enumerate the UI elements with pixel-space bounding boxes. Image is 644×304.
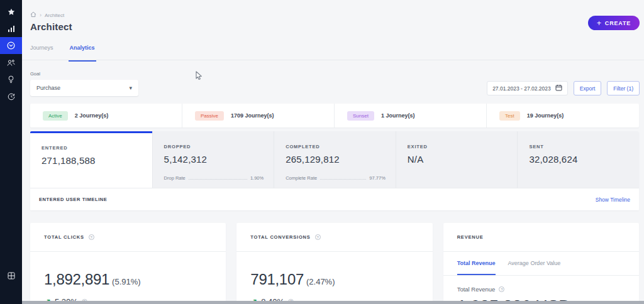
stat-sub-label: Complete Rate xyxy=(286,175,317,181)
architect-icon xyxy=(7,41,15,50)
card-header: TOTAL CONVERSIONS xyxy=(236,223,432,252)
tab-average-order-value[interactable]: Average Order Value xyxy=(508,252,561,275)
breadcrumb-item[interactable]: Architect xyxy=(45,13,64,18)
revenue-card: REVENUE Total Revenue Average Order Valu… xyxy=(443,223,639,304)
plus-icon xyxy=(597,19,602,27)
journey-count: 19 Journey(s) xyxy=(527,112,564,119)
total-clicks-card: TOTAL CLICKS 1,892,891(5.91%) 5.30% comp… xyxy=(30,223,226,304)
revenue-tabs: Total Revenue Average Order Value xyxy=(443,252,639,276)
stat-value: 5,142,312 xyxy=(164,154,263,165)
stat-entered[interactable]: ENTERED 271,188,588 xyxy=(30,131,152,188)
metrics-row: TOTAL CLICKS 1,892,891(5.91%) 5.30% comp… xyxy=(30,223,639,304)
info-icon[interactable] xyxy=(499,286,504,292)
sidebar-item-analytics[interactable] xyxy=(0,20,22,37)
header-divider xyxy=(22,60,644,60)
stat-value: 265,129,812 xyxy=(286,154,384,165)
stat-value: 32,028,624 xyxy=(529,154,628,165)
journey-count: 2 Journey(s) xyxy=(75,112,109,119)
info-icon[interactable] xyxy=(315,234,321,240)
breadcrumb: Architect xyxy=(30,11,64,19)
create-button[interactable]: CREATE xyxy=(588,16,640,30)
journey-count: 1709 Journey(s) xyxy=(231,112,274,119)
show-timeline-link[interactable]: Show Timeline xyxy=(596,197,630,203)
journey-status-active: Active 2 Journey(s) xyxy=(30,104,182,128)
date-range-value: 27.01.2023 - 27.02.2023 xyxy=(492,85,551,92)
chevron-down-icon xyxy=(129,85,132,91)
metric-rate: (2.47%) xyxy=(306,277,335,286)
team-icon xyxy=(7,59,15,67)
stat-subrow: Drop Rate 1.90% xyxy=(164,175,264,181)
main-content: Architect Architect CREATE Journeys Anal… xyxy=(22,0,644,304)
export-button[interactable]: Export xyxy=(574,81,602,95)
metric-value: 1,892,891 xyxy=(44,271,109,288)
revenue-label-row: Total Revenue xyxy=(457,286,625,293)
metric-rate: (5.91%) xyxy=(112,277,141,286)
journey-stats-card: ENTERED 271,188,588 DROPPED 5,142,312 Dr… xyxy=(30,131,639,210)
tab-total-revenue[interactable]: Total Revenue xyxy=(457,252,496,275)
stat-value: N/A xyxy=(408,154,506,165)
card-body: 1,892,891(5.91%) 5.30% compared to previ… xyxy=(30,252,226,304)
card-body: Total Revenue 1,985,836 USD xyxy=(443,276,639,304)
stat-sent[interactable]: SENT 32,028,624 xyxy=(517,131,639,188)
sidebar-item-audience[interactable] xyxy=(0,54,22,71)
stat-sub-value: 97.77% xyxy=(369,175,385,181)
date-range-picker[interactable]: 27.01.2023 - 27.02.2023 xyxy=(487,81,568,95)
filter-button[interactable]: Filter (1) xyxy=(607,81,640,95)
stat-label: EXITED xyxy=(408,144,506,149)
info-icon[interactable] xyxy=(89,234,94,240)
breadcrumb-separator xyxy=(40,12,42,18)
page-title: Architect xyxy=(30,21,72,32)
journey-status-summary: Active 2 Journey(s) Passive 1709 Journey… xyxy=(30,104,639,128)
mouse-cursor xyxy=(196,71,204,84)
dotted-leader xyxy=(189,179,247,180)
bar-chart-icon xyxy=(8,25,15,33)
sidebar-item-ideas[interactable] xyxy=(0,71,22,88)
goal-select[interactable]: Purchase xyxy=(30,80,138,96)
status-badge: Active xyxy=(43,111,68,121)
tab-journeys[interactable]: Journeys xyxy=(30,45,53,56)
journey-status-test: Test 19 Journey(s) xyxy=(487,104,639,128)
stat-label: SENT xyxy=(529,144,628,149)
stat-completed[interactable]: COMPLETED 265,129,812 Complete Rate 97.7… xyxy=(274,131,396,188)
metric-value: 791,107 xyxy=(250,271,304,288)
sidebar-item-favorites[interactable] xyxy=(0,3,22,20)
page-tabs: Journeys Analytics xyxy=(30,45,95,56)
stat-dropped[interactable]: DROPPED 5,142,312 Drop Rate 1.90% xyxy=(152,131,274,188)
metric-value-row: 791,107(2.47%) xyxy=(250,271,418,288)
status-badge: Sunset xyxy=(347,111,374,121)
sidebar-item-architect[interactable] xyxy=(0,37,22,54)
stat-sub-value: 1.90% xyxy=(250,175,264,181)
sidebar-item-history[interactable] xyxy=(0,88,22,105)
stat-label: DROPPED xyxy=(164,144,263,149)
card-header: TOTAL CLICKS xyxy=(30,223,226,252)
card-title: REVENUE xyxy=(457,234,484,240)
lightbulb-icon xyxy=(8,75,14,84)
window-bottom-edge xyxy=(22,301,644,304)
sidebar-item-apps[interactable] xyxy=(0,267,22,284)
journey-count: 1 Journey(s) xyxy=(381,112,415,119)
stat-sub-label: Drop Rate xyxy=(164,175,186,181)
journey-status-passive: Passive 1709 Journey(s) xyxy=(182,104,335,128)
stat-label: ENTERED xyxy=(42,145,141,151)
calendar-icon xyxy=(555,84,562,92)
stat-label: COMPLETED xyxy=(286,144,384,149)
stat-subrow: Complete Rate 97.77% xyxy=(286,175,386,181)
goal-select-value: Purchase xyxy=(36,85,60,91)
date-and-actions: 27.01.2023 - 27.02.2023 Export Filter (1… xyxy=(487,81,640,95)
home-icon[interactable] xyxy=(30,11,36,19)
stat-value: 271,188,588 xyxy=(42,155,141,166)
stat-exited[interactable]: EXITED N/A xyxy=(396,131,518,188)
tab-analytics[interactable]: Analytics xyxy=(70,45,95,56)
journey-stats-row: ENTERED 271,188,588 DROPPED 5,142,312 Dr… xyxy=(30,131,639,188)
star-icon xyxy=(8,8,15,16)
total-conversions-card: TOTAL CONVERSIONS 791,107(2.47%) 8.40% c… xyxy=(236,223,432,304)
card-body: 791,107(2.47%) 8.40% compared to previou… xyxy=(236,252,432,304)
history-icon xyxy=(8,93,15,100)
app-sidebar xyxy=(0,0,22,304)
card-title: TOTAL CLICKS xyxy=(44,234,84,240)
metric-value-row: 1,892,891(5.91%) xyxy=(44,271,212,288)
entered-user-timeline-row: ENTERED USER TIMELINE Show Timeline xyxy=(30,188,639,210)
status-badge: Passive xyxy=(195,111,224,121)
card-header: REVENUE xyxy=(443,223,639,252)
journey-status-sunset: Sunset 1 Journey(s) xyxy=(335,104,487,128)
